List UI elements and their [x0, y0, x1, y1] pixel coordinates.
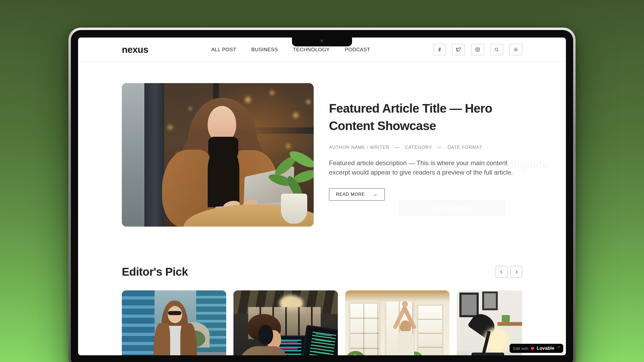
facebook-button[interactable]: [433, 44, 446, 55]
header-icons: [433, 44, 522, 55]
instagram-button[interactable]: [471, 44, 484, 55]
meta-date: DATE FORMAT: [448, 145, 482, 150]
carousel-prev-button[interactable]: [496, 266, 507, 278]
ghost-get-started-button: Get Started: [398, 200, 506, 216]
theme-toggle-button[interactable]: [509, 44, 522, 55]
lovable-edit-badge[interactable]: Edit with Lovable ×: [510, 344, 563, 353]
search-icon: [494, 47, 499, 52]
laptop-bezel: nexus ALL POST BUSINESS TECHNOLOGY PODCA…: [71, 30, 573, 362]
editors-pick-heading: Editor's Pick: [122, 265, 188, 278]
twitter-icon: [456, 47, 462, 53]
laptop-rim: nexus ALL POST BUSINESS TECHNOLOGY PODCA…: [68, 28, 576, 362]
nav-item-all-post[interactable]: ALL POST: [211, 47, 236, 53]
editors-pick-carousel: [122, 290, 522, 355]
featured-title-line2: Content Showcase: [329, 117, 522, 135]
twitter-button[interactable]: [452, 44, 465, 55]
main-nav: ALL POST BUSINESS TECHNOLOGY PODCAST: [211, 47, 370, 53]
webcam-icon: [321, 39, 324, 42]
meta-separator: —: [437, 145, 442, 150]
nav-item-podcast[interactable]: PODCAST: [345, 47, 370, 53]
chevron-left-icon: [499, 270, 504, 274]
card-image-yoga-home[interactable]: [345, 290, 449, 355]
editors-pick-header: Editor's Pick: [78, 265, 566, 278]
nav-item-technology[interactable]: TECHNOLOGY: [293, 47, 330, 53]
facebook-icon: [437, 47, 442, 52]
site-logo[interactable]: nexus: [122, 44, 148, 55]
browser-screen: nexus ALL POST BUSINESS TECHNOLOGY PODCA…: [78, 38, 566, 355]
carousel-next-button[interactable]: [510, 266, 522, 278]
laptop-notch: [292, 38, 352, 46]
badge-prefix: Edit with: [513, 346, 528, 351]
read-more-label: READ MORE: [336, 192, 365, 197]
featured-title-line1: Featured Article Title — Hero: [329, 100, 522, 117]
featured-article-image[interactable]: [122, 83, 314, 227]
badge-brand: Lovable: [537, 346, 554, 351]
article-meta: AUTHOR NAME / WRITER — CATEGORY — DATE F…: [329, 145, 522, 150]
meta-author: AUTHOR NAME / WRITER: [329, 145, 389, 150]
carousel-controls: [496, 266, 522, 278]
badge-close-icon[interactable]: ×: [558, 345, 560, 349]
search-button[interactable]: [490, 44, 503, 55]
sun-theme-icon: [513, 47, 518, 52]
read-more-button[interactable]: READ MORE →: [329, 188, 385, 201]
instagram-icon: [475, 47, 480, 52]
nav-item-business[interactable]: BUSINESS: [251, 47, 278, 53]
lovable-heart-icon: [530, 346, 535, 350]
meta-separator: —: [395, 145, 400, 150]
meta-category: CATEGORY: [405, 145, 432, 150]
card-image-street-fashion[interactable]: [122, 290, 226, 355]
laptop-mockup: nexus ALL POST BUSINESS TECHNOLOGY PODCA…: [68, 28, 576, 362]
featured-description: Featured article description — This is w…: [329, 158, 522, 177]
arrow-right-icon: →: [372, 191, 378, 197]
chevron-right-icon: [514, 270, 518, 274]
card-image-developer-workspace[interactable]: [233, 290, 338, 355]
